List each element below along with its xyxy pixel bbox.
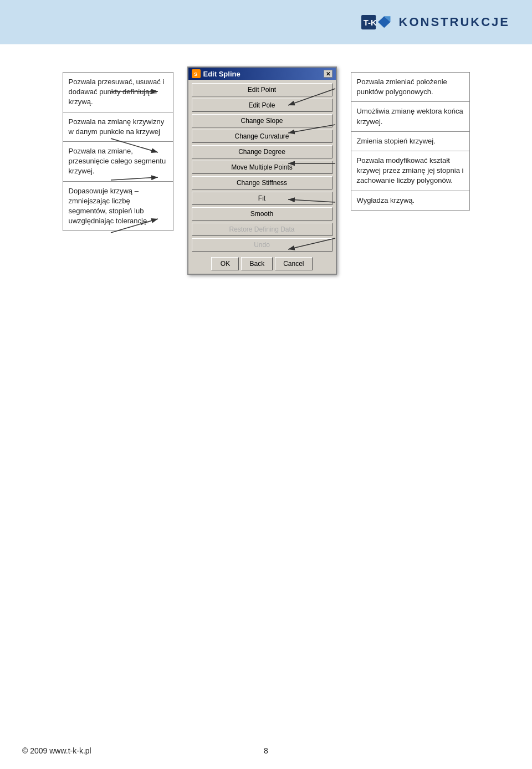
ann-left-2: Pozwala na zmianę krzywizny w danym punk… (63, 112, 173, 141)
logo-area: T-K KONSTRUKCJE (361, 11, 510, 33)
copyright: © 2009 www.t-k-k.pl (22, 746, 91, 755)
restore-defining-data-button[interactable]: Restore Defining Data (192, 223, 332, 236)
ann-left-4: Dopasowuje krzywą – zmniejszając liczbę … (63, 181, 173, 232)
logo-text: KONSTRUKCJE (399, 15, 510, 29)
dialog-close-button[interactable]: ✕ (324, 70, 332, 78)
ann-right-3: Zmienia stopień krzywej. (351, 131, 470, 151)
back-button[interactable]: Back (241, 257, 273, 270)
main-content: Pozwala przesuwać, usuwać i dodawać punk… (0, 44, 532, 286)
page-number: 8 (264, 746, 268, 755)
dialog-title: Edit Spline (203, 70, 241, 78)
center-dialog-col: S Edit Spline ✕ Edit Point Edit Pole Cha… (187, 66, 337, 275)
undo-button[interactable]: Undo (192, 238, 332, 252)
ann-right-4: Pozwala modyfikować kształt krzywej prze… (351, 151, 470, 191)
ok-button[interactable]: OK (211, 257, 239, 270)
svg-text:T-K: T-K (363, 18, 376, 27)
ann-right-1: Pozwala zmieniać położenie punktów polyg… (351, 72, 470, 101)
move-multiple-points-button[interactable]: Move Multiple Points (192, 161, 332, 174)
ann-left-1: Pozwala przesuwać, usuwać i dodawać punk… (63, 72, 173, 112)
edit-pole-button[interactable]: Edit Pole (192, 99, 332, 112)
change-slope-button[interactable]: Change Slope (192, 114, 332, 127)
smooth-button[interactable]: Smooth (192, 207, 332, 221)
right-annotations: Pozwala zmieniać położenie punktów polyg… (351, 72, 470, 211)
svg-text:S: S (194, 71, 197, 77)
logo-icon: T-K (361, 11, 395, 33)
fit-button[interactable]: Fit (192, 192, 332, 205)
dialog-titlebar: S Edit Spline ✕ (188, 68, 336, 80)
change-stiffness-button[interactable]: Change Stiffness (192, 176, 332, 189)
header: T-K KONSTRUKCJE (0, 0, 532, 44)
edit-point-button[interactable]: Edit Point (192, 83, 332, 96)
dialog-titlebar-left: S Edit Spline (192, 69, 241, 78)
dialog-app-icon: S (192, 69, 201, 78)
edit-spline-dialog: S Edit Spline ✕ Edit Point Edit Pole Cha… (187, 66, 337, 275)
dialog-footer: OK Back Cancel (188, 255, 336, 274)
change-curvature-button[interactable]: Change Curvature (192, 130, 332, 143)
cancel-button[interactable]: Cancel (275, 257, 312, 270)
ann-left-3: Pozwala na zmiane, przesunięcie całego s… (63, 141, 173, 181)
left-annotations: Pozwala przesuwać, usuwać i dodawać punk… (63, 72, 173, 231)
change-degree-button[interactable]: Change Degree (192, 145, 332, 158)
ann-right-5: Wygładza krzywą. (351, 191, 470, 211)
dialog-body: Edit Point Edit Pole Change Slope Change… (188, 80, 336, 255)
ann-right-2: Umożliwia zmianę wektora końca krzywej. (351, 101, 470, 131)
